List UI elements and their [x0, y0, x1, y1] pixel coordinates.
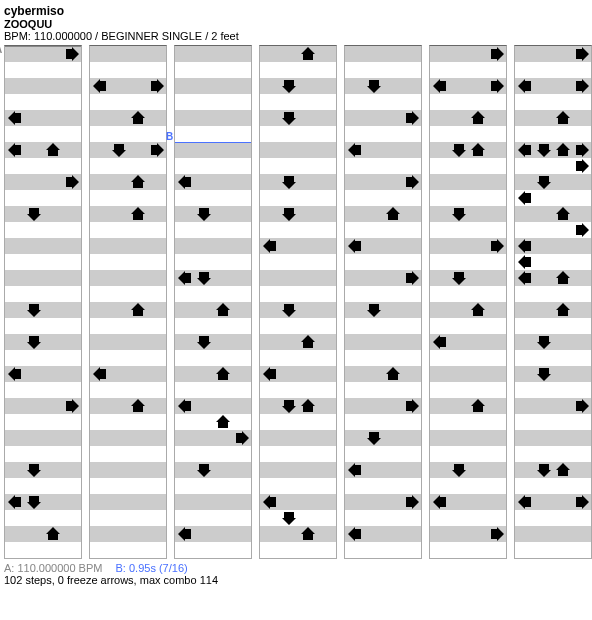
left-arrow-icon: [517, 270, 533, 286]
beat-row: [5, 318, 81, 334]
beat-row: [430, 350, 506, 366]
up-arrow-icon: [45, 142, 61, 158]
beat-row: [175, 462, 251, 478]
down-arrow-icon: [366, 430, 382, 446]
down-arrow-icon: [281, 174, 297, 190]
up-arrow-icon: [555, 302, 571, 318]
beat-row: [430, 286, 506, 302]
down-arrow-icon: [196, 334, 212, 350]
beat-row: [90, 206, 166, 222]
left-arrow-icon: [7, 142, 23, 158]
beat-row: [175, 62, 251, 78]
beat-row: [430, 542, 506, 558]
down-arrow-icon: [26, 334, 42, 350]
right-arrow-icon: [489, 46, 505, 62]
beat-row: [430, 462, 506, 478]
beat-row: [90, 110, 166, 126]
right-arrow-icon: [574, 398, 590, 414]
right-arrow-icon: [404, 174, 420, 190]
beat-row: [345, 510, 421, 526]
down-arrow-icon: [536, 142, 552, 158]
beat-row: [5, 158, 81, 174]
beat-row: [345, 382, 421, 398]
beat-row: [260, 510, 336, 526]
beat-row: [175, 142, 251, 158]
beat-row: [175, 350, 251, 366]
beat-row: [260, 302, 336, 318]
right-arrow-icon: [574, 158, 590, 174]
chart-meta: BPM: 110.000000 / BEGINNER SINGLE / 2 fe…: [4, 30, 592, 42]
beat-row: [345, 78, 421, 94]
beat-row: [90, 126, 166, 142]
beat-row: [345, 254, 421, 270]
left-arrow-icon: [177, 398, 193, 414]
down-arrow-icon: [196, 206, 212, 222]
beat-row: [175, 478, 251, 494]
right-arrow-icon: [489, 526, 505, 542]
beat-row: [90, 174, 166, 190]
beat-row: [90, 430, 166, 446]
beat-row: [515, 206, 591, 222]
left-arrow-icon: [432, 78, 448, 94]
left-arrow-icon: [347, 238, 363, 254]
left-arrow-icon: [517, 142, 533, 158]
beat-row: [175, 46, 251, 62]
beat-row: [260, 478, 336, 494]
beat-row: [260, 126, 336, 142]
beat-row: [5, 350, 81, 366]
right-arrow-icon: [574, 494, 590, 510]
beat-row: [430, 366, 506, 382]
beat-row: [345, 414, 421, 430]
beat-row: [345, 318, 421, 334]
beat-row: [175, 94, 251, 110]
beat-row: [515, 126, 591, 142]
beat-row: [90, 414, 166, 430]
down-arrow-icon: [196, 462, 212, 478]
beat-row: [175, 542, 251, 558]
up-arrow-icon: [470, 302, 486, 318]
beat-row: [430, 510, 506, 526]
beat-row: [515, 174, 591, 190]
beat-row: [5, 78, 81, 94]
beat-row: [175, 78, 251, 94]
beat-row: [260, 526, 336, 542]
down-arrow-icon: [281, 110, 297, 126]
beat-row: [515, 94, 591, 110]
beat-row: [515, 334, 591, 350]
beat-row: [345, 126, 421, 142]
beat-row: [260, 350, 336, 366]
beat-row: [515, 350, 591, 366]
beat-row: [515, 414, 591, 430]
beat-row: [90, 398, 166, 414]
beat-row: [345, 222, 421, 238]
beat-row: [260, 462, 336, 478]
beat-row: [90, 318, 166, 334]
beat-row: [90, 382, 166, 398]
beat-row: [90, 286, 166, 302]
beat-row: [515, 366, 591, 382]
beat-row: [430, 478, 506, 494]
left-arrow-icon: [517, 254, 533, 270]
beat-row: [5, 222, 81, 238]
down-arrow-icon: [451, 462, 467, 478]
beat-row: [175, 190, 251, 206]
down-arrow-icon: [366, 302, 382, 318]
left-arrow-icon: [177, 174, 193, 190]
beat-row: [260, 414, 336, 430]
up-arrow-icon: [215, 366, 231, 382]
beat-row: [430, 206, 506, 222]
left-arrow-icon: [262, 238, 278, 254]
measure-column: [344, 45, 422, 559]
beat-row: [345, 350, 421, 366]
beat-row: [175, 414, 251, 430]
beat-row: [515, 526, 591, 542]
beat-row: [515, 382, 591, 398]
beat-row: [90, 494, 166, 510]
up-arrow-icon: [45, 526, 61, 542]
beat-row: [430, 270, 506, 286]
down-arrow-icon: [196, 270, 212, 286]
artist-name: ZOOQUU: [4, 18, 592, 30]
left-arrow-icon: [262, 366, 278, 382]
beat-row: [5, 254, 81, 270]
beat-row: [5, 510, 81, 526]
